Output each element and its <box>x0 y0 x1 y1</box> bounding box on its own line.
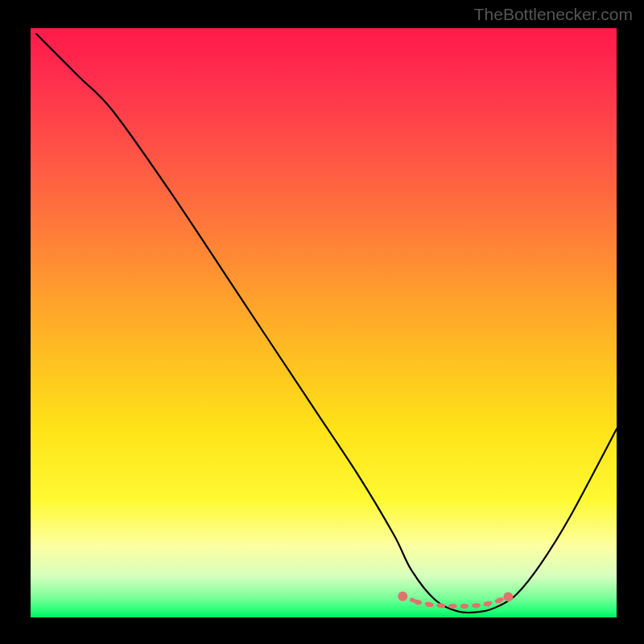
svg-point-15 <box>462 604 467 609</box>
attribution-text: TheBottlenecker.com <box>474 5 633 24</box>
svg-point-14 <box>450 604 455 609</box>
svg-point-11 <box>415 600 419 605</box>
svg-point-10 <box>503 592 513 601</box>
svg-point-17 <box>485 601 490 606</box>
plot-area <box>31 28 617 617</box>
svg-point-13 <box>438 603 443 608</box>
svg-point-16 <box>473 603 478 608</box>
chart-svg <box>31 28 617 617</box>
svg-point-9 <box>398 592 407 601</box>
bottleneck-curve <box>36 34 617 613</box>
optimal-range-markers <box>398 592 513 609</box>
svg-point-18 <box>497 598 502 603</box>
svg-point-12 <box>427 602 431 607</box>
